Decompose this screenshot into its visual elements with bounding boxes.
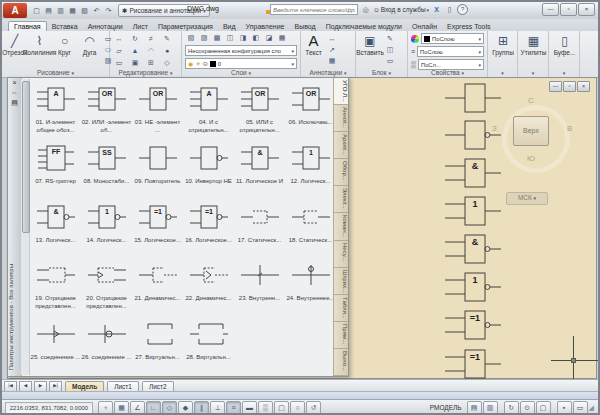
ribbon-tab[interactable]: Главная	[8, 21, 47, 31]
palette-tool[interactable]: 20. Отрицание представлен...	[81, 256, 132, 315]
palette-tool[interactable]: 22. Динамичес...	[183, 256, 234, 315]
palette-tool[interactable]: 1 14. Логическ...	[81, 198, 132, 257]
palette-tool[interactable]: 17. Статическ...	[234, 198, 285, 257]
palette-properties-icon[interactable]: ▤	[8, 98, 21, 108]
wcs-dropdown[interactable]: МСК ▾	[506, 192, 548, 205]
status-toggle[interactable]: ◆	[178, 401, 193, 415]
modify-tool-icon[interactable]: ◇	[160, 58, 174, 68]
layer-dropdown[interactable]: ◉ ☀ ⊙ 0 ▾	[185, 58, 297, 69]
palette-tab[interactable]: Обор...	[334, 159, 348, 186]
modify-tool-icon[interactable]: ▣	[128, 58, 142, 68]
modify-tool-icon[interactable]: ▱	[112, 46, 126, 56]
palette-tab[interactable]: Штрих...	[334, 268, 348, 295]
plot-icon[interactable]: ▧	[79, 5, 90, 16]
modify-tool-icon[interactable]: ↔	[112, 34, 126, 44]
modify-tool-icon[interactable]: ⊞	[144, 58, 158, 68]
palette-tool[interactable]: 24. Внутреннее...	[285, 256, 336, 315]
palette-tool[interactable]: 23. Внутренн...	[234, 256, 285, 315]
palette-tool[interactable]: 21. Динамичес...	[132, 256, 183, 315]
palette-tab[interactable]: Аннот...	[334, 105, 348, 132]
status-toggle[interactable]: ▦	[114, 401, 129, 415]
status-toggle[interactable]: ▢	[274, 401, 289, 415]
palette-tab[interactable]: Прим...	[334, 322, 348, 349]
panel-title-modify[interactable]: Редактирование ▾	[110, 69, 181, 76]
undo-icon[interactable]: ↶	[91, 5, 102, 16]
palette-scrollbar[interactable]	[21, 79, 30, 375]
palette-tool[interactable]: & 13. Логическ...	[30, 198, 81, 257]
lock-icon[interactable]: ▯	[444, 4, 455, 15]
layer-tool-icon[interactable]: ▧	[185, 33, 197, 43]
palette-tool[interactable]: 1 12. Логическ...	[285, 139, 336, 198]
modify-tool-icon[interactable]: ≠	[144, 34, 158, 44]
layout-tab[interactable]: Модель	[65, 381, 104, 392]
palette-tool[interactable]: OR 02. ИЛИ -элемент об...	[81, 80, 132, 139]
annotation-visibility-icon[interactable]: ⊙	[520, 401, 535, 415]
signin-button[interactable]: ☺ Вход в службы ▾	[373, 6, 429, 13]
palette-tab[interactable]: Коман...	[334, 213, 348, 240]
clipboard-expander[interactable]: ▾	[563, 70, 566, 76]
status-toggle[interactable]: ∟	[146, 401, 161, 415]
palette-tab[interactable]: Элект...	[334, 186, 348, 213]
status-toggle[interactable]: ≡	[226, 401, 241, 415]
layout-tab[interactable]: Лист2	[142, 381, 174, 392]
ribbon-tab[interactable]: Аннотации	[83, 22, 128, 31]
palette-close-icon[interactable]: ×	[8, 78, 21, 88]
layer-tool-icon[interactable]: ▦	[276, 33, 288, 43]
palette-tool[interactable]: FF 07. RS-триггер	[30, 139, 81, 198]
doc-minimize-button[interactable]: —	[549, 81, 562, 92]
status-toggle[interactable]: ∠	[130, 401, 145, 415]
groups-button[interactable]: ⊞ Группы	[488, 31, 518, 56]
exchange-icon[interactable]: X	[431, 4, 442, 15]
ribbon-tab[interactable]: Параметризация	[153, 22, 218, 31]
viewcube-south[interactable]: Ю	[527, 154, 535, 163]
palette-tool[interactable]: 18. Статическ...	[285, 198, 336, 257]
layout-nav-button[interactable]: ▶	[34, 381, 47, 392]
save-icon[interactable]: ▥	[55, 5, 66, 16]
lineweight-dropdown[interactable]: ПоСлою▾	[417, 46, 484, 57]
doc-restore-button[interactable]: ▫	[563, 81, 576, 92]
save-as-icon[interactable]: ▦	[67, 5, 78, 16]
status-toggle[interactable]: ＋	[98, 401, 113, 415]
new-file-icon[interactable]: ▢	[31, 5, 42, 16]
palette-autohide-icon[interactable]: ⇔	[8, 88, 21, 98]
palette-title-strip[interactable]: × ⇔ ▤ Палитры инструментов - Все палитры	[8, 78, 22, 376]
status-toggle[interactable]: ○	[290, 401, 305, 415]
status-toggle[interactable]: ◇	[162, 401, 177, 415]
ribbon-tab[interactable]: Вид	[218, 22, 241, 31]
layout-nav-button[interactable]: |◀	[4, 381, 17, 392]
palette-tab[interactable]: Несу...	[334, 241, 348, 268]
layout-tab[interactable]: Лист1	[107, 381, 139, 392]
palette-tool[interactable]: 27. Виртуальн...	[132, 315, 183, 374]
close-button[interactable]: ×	[578, 3, 595, 16]
annotation-scale-icon[interactable]: ↻	[504, 401, 519, 415]
palette-tool[interactable]: =1 16. Логическое...	[183, 198, 234, 257]
minimize-button[interactable]: —	[542, 3, 559, 16]
doc-close-button[interactable]: ×	[577, 81, 590, 92]
palette-tool[interactable]: 28. Виртуальн...	[183, 315, 234, 374]
color-dropdown[interactable]: ПоСлою▾	[421, 33, 484, 44]
palette-tool[interactable]: 09. Повторитель	[132, 139, 183, 198]
layout-nav-button[interactable]: ▶|	[49, 381, 62, 392]
layout-nav-button[interactable]: ◀	[19, 381, 32, 392]
ribbon-tab[interactable]: Онлайн	[407, 22, 442, 31]
layer-tool-icon[interactable]: ▨	[198, 33, 210, 43]
palette-tool[interactable]: A 04. И с отрицательн...	[183, 80, 234, 139]
palette-tab[interactable]: Табли...	[334, 295, 348, 322]
app-logo-icon[interactable]: A	[3, 3, 27, 18]
search-icon[interactable]: ◎	[360, 4, 371, 15]
modify-tool-icon[interactable]: ↻	[128, 34, 142, 44]
open-file-icon[interactable]: ▤	[43, 5, 54, 16]
viewcube-east[interactable]: В	[567, 124, 572, 133]
ribbon-tab[interactable]: Express Tools	[442, 22, 495, 31]
ribbon-tab[interactable]: Управление	[241, 22, 290, 31]
coordinates-readout[interactable]: 2216.0353, 831.7082, 0.0000	[5, 402, 93, 415]
color-wheel-icon[interactable]	[411, 35, 419, 43]
ribbon-tab[interactable]: Лист	[128, 22, 153, 31]
layer-config-dropdown[interactable]: Несохраненная конфигурация сло▾	[185, 45, 297, 56]
viewcube-top-face[interactable]: Верх	[513, 116, 549, 146]
panel-title-block[interactable]: Блок ▾	[356, 69, 407, 76]
leader-icon[interactable]: ↗	[326, 45, 338, 55]
palette-tool[interactable]: SS 08. Моностаби...	[81, 139, 132, 198]
layer-tool-icon[interactable]: ◨	[237, 33, 249, 43]
utilities-button[interactable]: ▦ Утилиты	[518, 31, 549, 56]
